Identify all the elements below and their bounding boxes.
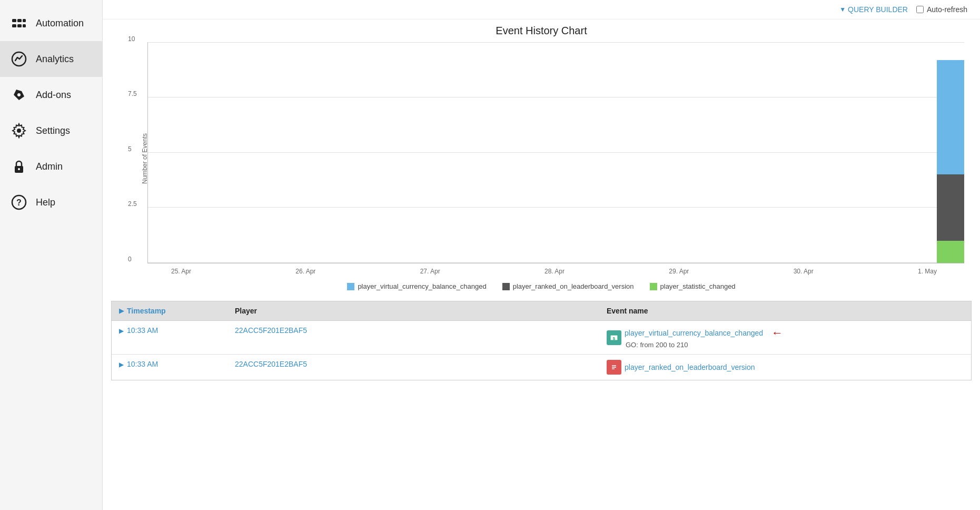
event-content-0: player_virtual_currency_balance_changed … bbox=[625, 326, 783, 349]
event-content-1: player_ranked_on_leaderboard_version bbox=[625, 363, 755, 371]
legend-label-green: player_statistic_changed bbox=[660, 282, 736, 290]
x-label-may1: 1. May bbox=[918, 268, 937, 275]
cell-player-0: 22ACC5F201E2BAF5 bbox=[227, 321, 599, 340]
expand-icon-0[interactable]: ▶ bbox=[119, 327, 124, 335]
event-name-link-1[interactable]: player_ranked_on_leaderboard_version bbox=[625, 363, 755, 371]
sidebar-item-addons-label: Add-ons bbox=[36, 90, 71, 101]
sidebar-item-addons[interactable]: Add-ons bbox=[0, 77, 102, 113]
auto-refresh-toggle[interactable]: Auto-refresh bbox=[916, 5, 967, 14]
chart-wrap: 10 7.5 5 2.5 0 bbox=[147, 42, 964, 275]
sidebar-item-settings-label: Settings bbox=[36, 125, 70, 136]
cell-timestamp-0: ▶ 10:33 AM bbox=[112, 321, 227, 340]
query-builder-label: QUERY BUILDER bbox=[848, 5, 908, 14]
topbar: ▼ QUERY BUILDER Auto-refresh bbox=[103, 0, 980, 19]
x-axis: 25. Apr 26. Apr 27. Apr 28. Apr 29. Apr … bbox=[171, 266, 964, 275]
x-label-apr30: 30. Apr bbox=[794, 268, 814, 275]
auto-refresh-checkbox[interactable] bbox=[916, 6, 924, 13]
table-header: ▶ Timestamp Player Event name bbox=[112, 301, 971, 321]
grid-line-25: 2.5 bbox=[148, 207, 964, 208]
col-timestamp[interactable]: ▶ Timestamp bbox=[112, 301, 227, 320]
cell-event-1: player_ranked_on_leaderboard_version bbox=[599, 355, 971, 380]
legend-color-dark bbox=[502, 283, 510, 290]
automation-icon bbox=[11, 15, 27, 32]
chart-title: Event History Chart bbox=[118, 25, 964, 37]
x-label-apr27: 27. Apr bbox=[420, 268, 440, 275]
svg-text:?: ? bbox=[16, 198, 22, 207]
table-row: ▶ 10:33 AM 22ACC5F201E2BAF5 $ player_vir… bbox=[112, 321, 971, 355]
y-tick-0: 0 bbox=[128, 256, 132, 263]
svg-rect-1 bbox=[17, 19, 22, 22]
x-label-apr26: 26. Apr bbox=[295, 268, 315, 275]
grid-line-10: 10 bbox=[148, 42, 964, 43]
sidebar-item-help-label: Help bbox=[36, 197, 55, 208]
timestamp-link-0[interactable]: 10:33 AM bbox=[127, 326, 158, 335]
sort-arrow-timestamp: ▶ bbox=[119, 307, 124, 315]
timestamp-link-1[interactable]: 10:33 AM bbox=[127, 360, 158, 368]
chart-container: Number of Events 10 7.5 5 2.5 bbox=[124, 42, 964, 275]
player-link-1[interactable]: 22ACC5F201E2BAF5 bbox=[235, 360, 307, 368]
cell-player-1: 22ACC5F201E2BAF5 bbox=[227, 355, 599, 374]
sidebar-item-admin[interactable]: Admin bbox=[0, 149, 102, 184]
query-builder-button[interactable]: ▼ QUERY BUILDER bbox=[839, 5, 908, 14]
sidebar-item-help[interactable]: ? Help bbox=[0, 184, 102, 220]
sidebar-item-automation[interactable]: Automation bbox=[0, 5, 102, 41]
y-tick-50: 5 bbox=[128, 145, 132, 153]
legend-item-blue: player_virtual_currency_balance_changed bbox=[347, 282, 486, 290]
bar-group-may1 bbox=[937, 42, 964, 263]
x-label-apr29: 29. Apr bbox=[669, 268, 689, 275]
sidebar-item-analytics[interactable]: Analytics bbox=[0, 41, 102, 77]
y-tick-10: 10 bbox=[128, 35, 135, 43]
sidebar-item-settings[interactable]: Settings bbox=[0, 113, 102, 149]
chart-legend: player_virtual_currency_balance_changed … bbox=[118, 282, 964, 290]
y-tick-25: 2.5 bbox=[128, 200, 137, 208]
legend-item-dark: player_ranked_on_leaderboard_version bbox=[502, 282, 634, 290]
sidebar-item-analytics-label: Analytics bbox=[36, 54, 74, 65]
chart-grid: 10 7.5 5 2.5 0 bbox=[147, 42, 964, 263]
event-name-link-0[interactable]: player_virtual_currency_balance_changed bbox=[625, 329, 763, 337]
y-tick-75: 7.5 bbox=[128, 90, 137, 97]
svg-rect-0 bbox=[12, 19, 16, 22]
cell-timestamp-1: ▶ 10:33 AM bbox=[112, 355, 227, 374]
grid-line-0: 0 bbox=[148, 262, 964, 263]
x-label-apr28: 28. Apr bbox=[545, 268, 565, 275]
legend-label-blue: player_virtual_currency_balance_changed bbox=[358, 282, 486, 290]
event-table: ▶ Timestamp Player Event name ▶ 10:33 AM… bbox=[111, 301, 972, 380]
col-event-name-label: Event name bbox=[607, 307, 648, 315]
bar-green bbox=[937, 241, 964, 263]
event-detail-0: GO: from 200 to 210 bbox=[625, 341, 783, 349]
addons-icon bbox=[11, 86, 27, 103]
bar-blue bbox=[937, 60, 964, 175]
player-link-0[interactable]: 22ACC5F201E2BAF5 bbox=[235, 326, 307, 335]
event-icon-leaderboard bbox=[607, 360, 621, 375]
svg-text:$: $ bbox=[613, 336, 616, 341]
main-content: ▼ QUERY BUILDER Auto-refresh Event Histo… bbox=[103, 0, 980, 510]
event-top-0: player_virtual_currency_balance_changed … bbox=[625, 326, 783, 340]
svg-rect-2 bbox=[23, 19, 26, 22]
col-timestamp-label: Timestamp bbox=[127, 307, 166, 315]
svg-rect-4 bbox=[17, 24, 22, 27]
admin-icon bbox=[11, 158, 27, 175]
svg-rect-5 bbox=[23, 24, 26, 27]
grid-line-75: 7.5 bbox=[148, 97, 964, 97]
legend-color-green bbox=[650, 283, 657, 290]
legend-color-blue bbox=[347, 283, 354, 290]
chevron-down-icon: ▼ bbox=[839, 6, 846, 13]
sidebar-item-admin-label: Admin bbox=[36, 161, 63, 172]
svg-point-7 bbox=[17, 93, 21, 96]
sidebar-item-automation-label: Automation bbox=[36, 18, 84, 29]
col-event-name: Event name bbox=[599, 301, 971, 320]
event-icon-currency: $ bbox=[607, 330, 621, 345]
expand-icon-1[interactable]: ▶ bbox=[119, 361, 124, 368]
svg-point-8 bbox=[17, 129, 21, 133]
help-icon: ? bbox=[11, 194, 27, 211]
bar-dark bbox=[937, 174, 964, 241]
svg-rect-3 bbox=[12, 24, 16, 27]
svg-point-10 bbox=[18, 168, 20, 170]
legend-item-green: player_statistic_changed bbox=[650, 282, 736, 290]
chart-section: Event History Chart Number of Events 10 … bbox=[103, 19, 980, 298]
cell-event-0: $ player_virtual_currency_balance_change… bbox=[599, 321, 971, 354]
col-player: Player bbox=[227, 301, 599, 320]
col-player-label: Player bbox=[235, 307, 257, 315]
legend-label-dark: player_ranked_on_leaderboard_version bbox=[513, 282, 634, 290]
x-label-apr25: 25. Apr bbox=[171, 268, 191, 275]
